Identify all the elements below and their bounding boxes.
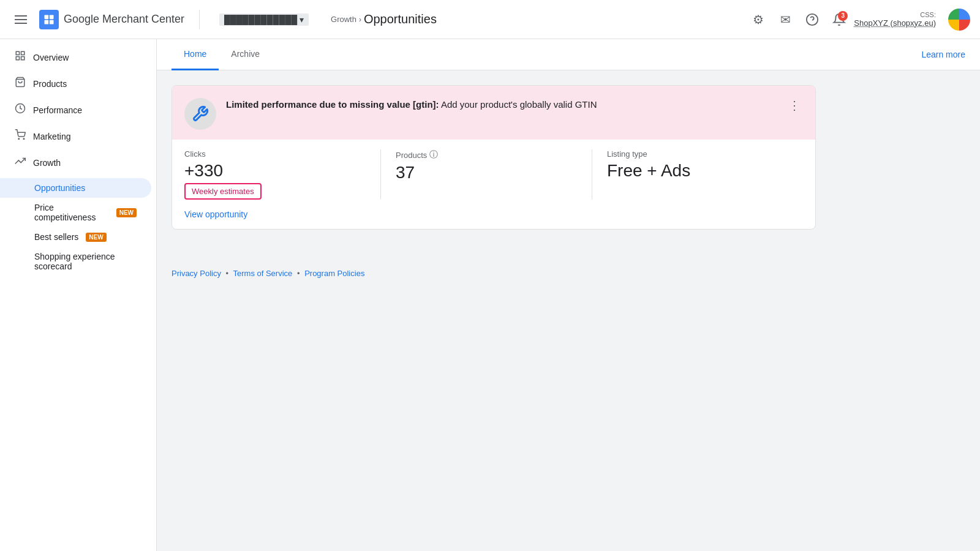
help-button[interactable] [800,7,824,32]
opportunity-title: Limited performance due to missing value… [226,98,776,111]
metric-products: Products ⓘ 37 [380,149,592,200]
nav-divider [199,10,200,29]
sidebar-item-overview[interactable]: Overview [0,44,151,70]
main-content: Home Archive Learn more Limited performa… [157,39,980,551]
svg-rect-0 [45,15,49,19]
opportunity-card-footer: View opportunity [172,209,815,229]
tab-archive[interactable]: Archive [219,39,272,70]
sidebar-item-marketing[interactable]: Marketing [0,123,151,149]
opportunity-card: Limited performance due to missing value… [172,85,816,230]
hamburger-menu[interactable] [10,8,32,31]
breadcrumb: Growth › Opportunities [331,12,437,26]
account-info: CSS: ShopXYZ (shopxyz.eu) [854,11,936,28]
clicks-value: +330 [184,161,371,181]
metric-clicks: Clicks +330 Weekly estimates [184,149,380,200]
listing-type-label: Listing type [607,149,793,159]
opportunity-header-text: Limited performance due to missing value… [226,98,776,111]
page-footer: Privacy Policy • Terms of Service • Prog… [157,254,980,293]
css-account-name[interactable]: ShopXYZ (shopxyz.eu) [854,18,936,28]
tab-home[interactable]: Home [172,39,219,70]
privacy-policy-link[interactable]: Privacy Policy [172,269,221,278]
account-selector[interactable]: ████████████ ▾ [214,11,314,28]
products-info-icon[interactable]: ⓘ [429,149,438,160]
sidebar-item-shopping-experience[interactable]: Shopping experience scorecard [0,247,151,276]
sidebar-sub-label-shopping: Shopping experience scorecard [34,252,137,271]
breadcrumb-arrow: › [359,15,361,24]
sidebar-label-marketing: Marketing [33,132,70,141]
sidebar-sub-menu: Opportunities Price competitiveness NEW … [0,176,156,279]
sidebar-label-performance: Performance [33,105,82,115]
opportunity-icon-wrap [184,98,216,130]
sidebar-item-products[interactable]: Products [0,70,151,97]
svg-rect-6 [16,51,19,54]
marketing-icon [15,129,26,143]
svg-point-12 [18,138,20,140]
products-icon [15,77,26,91]
learn-more-link[interactable]: Learn more [921,40,965,69]
view-opportunity-link[interactable]: View opportunity [184,209,247,219]
opportunity-title-rest: Add your product's globally valid GTIN [439,99,597,110]
svg-rect-2 [45,20,49,24]
sidebar-label-growth: Growth [33,158,61,168]
sidebar-item-growth[interactable]: Growth [0,149,151,176]
main-layout: Overview Products Performance Marketing … [0,39,980,551]
sidebar-item-best-sellers[interactable]: Best sellers NEW [0,227,151,247]
overview-icon [15,50,26,64]
svg-rect-8 [16,57,19,60]
tabs-bar: Home Archive Learn more [157,39,980,70]
sidebar-sub-label-price: Price competitiveness [34,203,109,222]
notifications-button[interactable]: 3 [827,7,851,32]
opportunity-metrics: Clicks +330 Weekly estimates Products ⓘ … [172,140,815,209]
sidebar-item-price-competitiveness[interactable]: Price competitiveness NEW [0,198,151,227]
listing-type-value: Free + Ads [607,161,793,181]
weekly-estimates-badge[interactable]: Weekly estimates [184,183,262,200]
opportunity-card-header: Limited performance due to missing value… [172,86,815,140]
price-new-badge: NEW [116,208,137,217]
products-label: Products ⓘ [396,149,582,160]
breadcrumb-parent: Growth [331,15,356,24]
svg-rect-3 [50,20,54,24]
clicks-label: Clicks [184,149,371,159]
products-value: 37 [396,163,582,182]
sidebar-item-opportunities[interactable]: Opportunities [0,178,151,198]
account-avatar[interactable] [948,9,970,31]
svg-rect-1 [50,15,54,19]
growth-icon [15,156,26,170]
sidebar-label-overview: Overview [33,53,69,62]
logo-area: Google Merchant Center [39,10,184,29]
breadcrumb-current: Opportunities [364,12,437,26]
css-label: CSS: [920,11,936,18]
terms-of-service-link[interactable]: Terms of Service [233,269,293,278]
footer-separator-1: • [226,269,229,278]
sidebar-sub-label-best-sellers: Best sellers [34,232,78,242]
sidebar-sub-label-opportunities: Opportunities [34,183,85,193]
top-nav: Google Merchant Center ████████████ ▾ Gr… [0,0,980,39]
performance-icon [15,103,26,117]
opportunity-title-bold: Limited performance due to missing value… [226,99,439,110]
best-sellers-new-badge: NEW [86,233,106,242]
program-policies-link[interactable]: Program Policies [304,269,364,278]
sidebar-label-products: Products [33,79,67,89]
sidebar-item-performance[interactable]: Performance [0,97,151,123]
mail-button[interactable]: ✉ [773,7,797,32]
svg-rect-9 [21,57,24,60]
notification-badge: 3 [838,11,848,21]
wrench-icon [192,105,209,122]
svg-rect-7 [21,51,24,54]
settings-button[interactable]: ⚙ [746,7,771,32]
app-title: Google Merchant Center [64,13,184,26]
page-content: Limited performance due to missing value… [157,70,831,254]
metric-listing-type: Listing type Free + Ads [592,149,803,200]
svg-point-13 [23,138,24,140]
opportunity-menu-button[interactable]: ⋮ [786,98,803,113]
logo-icon [39,10,59,29]
footer-separator-2: • [297,269,300,278]
account-name: ████████████ ▾ [219,13,309,26]
sidebar: Overview Products Performance Marketing … [0,39,157,551]
